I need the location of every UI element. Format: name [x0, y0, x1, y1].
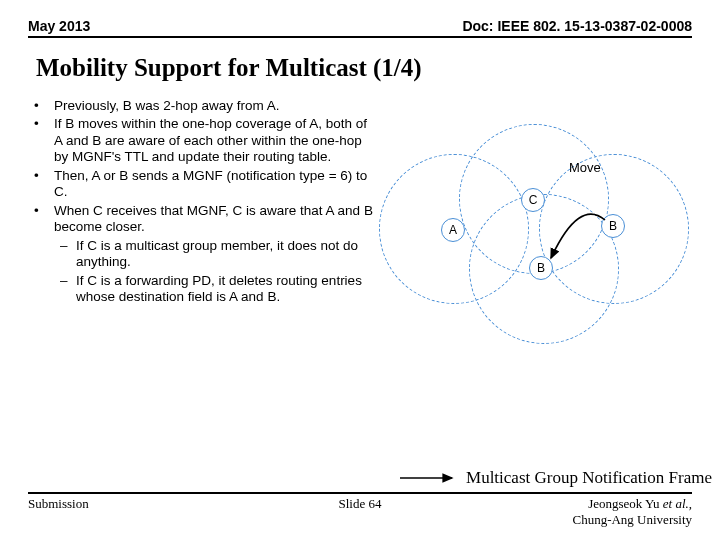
sub-bullet-item: If C is a forwarding PD, it deletes rout…: [54, 273, 373, 306]
footer-sep: ,: [689, 496, 692, 511]
bullet-text: If C is a forwarding PD, it deletes rout…: [76, 273, 362, 304]
network-diagram: A C B B Move: [373, 98, 692, 378]
bullet-item: Then, A or B sends a MGNF (notification …: [28, 168, 373, 201]
bullet-item: If B moves within the one-hop coverage o…: [28, 116, 373, 165]
header-date: May 2013: [28, 18, 90, 34]
move-arrow-icon: [523, 188, 643, 288]
header-bar: May 2013 Doc: IEEE 802. 15-13-0387-02-00…: [28, 18, 692, 38]
footer-right: Jeongseok Yu et al., Chung-Ang Universit…: [572, 496, 692, 528]
node-label: A: [449, 223, 457, 237]
footer-affiliation: Chung-Ang University: [572, 512, 692, 527]
header-doc-id: Doc: IEEE 802. 15-13-0387-02-0008: [462, 18, 692, 34]
bullet-text: Then, A or B sends a MGNF (notification …: [54, 168, 367, 199]
bullet-text: Previously, B was 2-hop away from A.: [54, 98, 280, 113]
arrow-right-icon: [398, 470, 458, 486]
footer-bar: Submission Slide 64 Jeongseok Yu et al.,…: [28, 492, 692, 528]
page-title: Mobility Support for Multicast (1/4): [36, 54, 692, 82]
caption-row: Multicast Group Notification Frame: [398, 468, 712, 488]
bullet-text: When C receives that MGNF, C is aware th…: [54, 203, 373, 234]
bullet-text: If C is a multicast group member, it doe…: [76, 238, 358, 269]
body-row: Previously, B was 2-hop away from A. If …: [28, 98, 692, 378]
slide: May 2013 Doc: IEEE 802. 15-13-0387-02-00…: [0, 0, 720, 540]
footer-etal: et al.: [663, 496, 689, 511]
node-a: A: [441, 218, 465, 242]
footer-author: Jeongseok Yu: [588, 496, 663, 511]
bullet-text: If B moves within the one-hop coverage o…: [54, 116, 367, 164]
bullet-list: Previously, B was 2-hop away from A. If …: [28, 98, 373, 378]
bullet-item: When C receives that MGNF, C is aware th…: [28, 203, 373, 306]
move-label: Move: [569, 160, 601, 175]
footer-slide-number: Slide 64: [339, 496, 382, 512]
caption-text: Multicast Group Notification Frame: [466, 468, 712, 488]
footer-left: Submission: [28, 496, 89, 512]
bullet-item: Previously, B was 2-hop away from A.: [28, 98, 373, 114]
sub-bullet-item: If C is a multicast group member, it doe…: [54, 238, 373, 271]
